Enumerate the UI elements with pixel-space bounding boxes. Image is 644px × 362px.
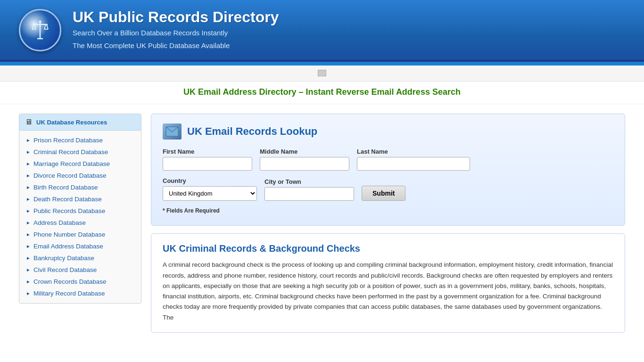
sidebar-link-crown[interactable]: Crown Records Database (33, 278, 107, 285)
sidebar-link-military[interactable]: Military Record Database (33, 290, 105, 297)
list-item: ► Criminal Record Database (19, 146, 141, 158)
sidebar-link-death[interactable]: Death Record Database (33, 196, 102, 203)
country-label: Country (163, 177, 257, 184)
sidebar-link-phone[interactable]: Phone Number Database (33, 231, 105, 238)
first-name-group: First Name (163, 148, 252, 171)
submit-button[interactable]: Submit (362, 186, 405, 201)
arrow-icon: ► (26, 185, 31, 190)
sidebar-header: 🖥 UK Database Resources (19, 114, 141, 131)
middle-name-group: Middle Name (260, 148, 349, 171)
last-name-group: Last Name (357, 148, 470, 171)
email-directory-link[interactable]: UK Email Address Directory – Instant Rev… (183, 87, 461, 97)
sidebar-list: ► Prison Record Database ► Criminal Reco… (19, 131, 141, 303)
main-layout: 🖥 UK Database Resources ► Prison Record … (0, 104, 644, 342)
arrow-icon: ► (26, 291, 31, 296)
svg-line-6 (44, 25, 46, 29)
middle-name-input[interactable] (260, 157, 349, 171)
svg-line-8 (47, 25, 48, 29)
site-subtitle2: The Most Complete UK Public Database Ava… (73, 40, 279, 51)
list-item: ► Crown Records Database (19, 276, 141, 288)
sidebar-link-prison[interactable]: Prison Record Database (33, 137, 103, 144)
lookup-card-header: UK Email Records Lookup (163, 123, 613, 140)
arrow-icon: ► (26, 161, 31, 166)
sidebar-link-public[interactable]: Public Records Database (33, 207, 105, 214)
arrow-icon: ► (26, 208, 31, 214)
site-logo (19, 9, 61, 51)
sidebar-link-criminal[interactable]: Criminal Record Database (33, 148, 108, 156)
list-item: ► Bankruptcy Database (19, 252, 141, 264)
sub-header-image (318, 70, 326, 76)
svg-point-10 (39, 20, 41, 23)
site-header-text: UK Public Records Directory Search Over … (73, 8, 279, 51)
city-group: City or Town (264, 178, 354, 201)
sidebar-link-birth[interactable]: Birth Record Database (33, 184, 98, 191)
lookup-card: UK Email Records Lookup First Name Middl… (151, 114, 625, 226)
arrow-icon: ► (26, 267, 31, 272)
sub-header (0, 66, 644, 82)
middle-name-label: Middle Name (260, 148, 349, 155)
list-item: ► Marriage Record Database (19, 158, 141, 170)
arrow-icon: ► (26, 255, 31, 261)
content-area: UK Email Records Lookup First Name Middl… (151, 114, 625, 333)
email-icon (165, 126, 179, 137)
last-name-label: Last Name (357, 148, 470, 155)
database-icon: 🖥 (25, 118, 33, 126)
sidebar-title: UK Database Resources (36, 119, 107, 126)
list-item: ► Military Record Database (19, 288, 141, 299)
site-header: UK Public Records Directory Search Over … (0, 0, 644, 62)
sidebar-link-civil[interactable]: Civil Record Database (33, 266, 97, 273)
svg-line-3 (32, 25, 33, 29)
list-item: ► Email Address Database (19, 240, 141, 252)
country-group: Country United Kingdom England Scotland … (163, 177, 257, 201)
svg-line-5 (34, 25, 36, 29)
list-item: ► Death Record Database (19, 193, 141, 205)
required-note: * Fields Are Required (163, 207, 613, 214)
arrow-icon: ► (26, 232, 31, 237)
lookup-icon (163, 123, 182, 140)
arrow-icon: ► (26, 138, 31, 143)
site-title: UK Public Records Directory (73, 8, 279, 26)
blue-divider (0, 62, 644, 66)
site-subtitle1: Search Over a Billion Database Records I… (73, 27, 279, 39)
arrow-icon: ► (26, 149, 31, 155)
list-item: ► Public Records Database (19, 205, 141, 217)
list-item: ► Prison Record Database (19, 134, 141, 146)
list-item: ► Divorce Record Database (19, 170, 141, 181)
last-name-input[interactable] (357, 157, 470, 171)
city-input[interactable] (264, 187, 354, 201)
info-card: UK Criminal Records & Background Checks … (151, 233, 625, 333)
sidebar-link-marriage[interactable]: Marriage Record Database (33, 160, 110, 167)
country-select[interactable]: United Kingdom England Scotland Wales No… (163, 186, 257, 201)
first-name-label: First Name (163, 148, 252, 155)
info-card-title: UK Criminal Records & Background Checks (163, 243, 613, 254)
list-item: ► Civil Record Database (19, 264, 141, 276)
list-item: ► Birth Record Database (19, 181, 141, 193)
scales-icon (28, 18, 52, 42)
arrow-icon: ► (26, 279, 31, 284)
sidebar-link-bankruptcy[interactable]: Bankruptcy Database (33, 255, 94, 262)
arrow-icon: ► (26, 244, 31, 249)
arrow-icon: ► (26, 173, 31, 178)
first-name-input[interactable] (163, 157, 252, 171)
location-row: Country United Kingdom England Scotland … (163, 177, 613, 201)
list-item: ► Phone Number Database (19, 229, 141, 240)
info-card-text: A criminal record background check is th… (163, 260, 613, 323)
arrow-icon: ► (26, 197, 31, 202)
sidebar-link-email[interactable]: Email Address Database (33, 243, 103, 250)
name-row: First Name Middle Name Last Name (163, 148, 613, 171)
lookup-title: UK Email Records Lookup (187, 125, 317, 138)
sidebar-link-divorce[interactable]: Divorce Record Database (33, 172, 107, 179)
sidebar-link-address[interactable]: Address Database (33, 219, 86, 226)
city-label: City or Town (264, 178, 354, 185)
email-banner: UK Email Address Directory – Instant Rev… (0, 82, 644, 104)
arrow-icon: ► (26, 220, 31, 225)
sidebar: 🖥 UK Database Resources ► Prison Record … (19, 114, 141, 304)
list-item: ► Address Database (19, 217, 141, 229)
